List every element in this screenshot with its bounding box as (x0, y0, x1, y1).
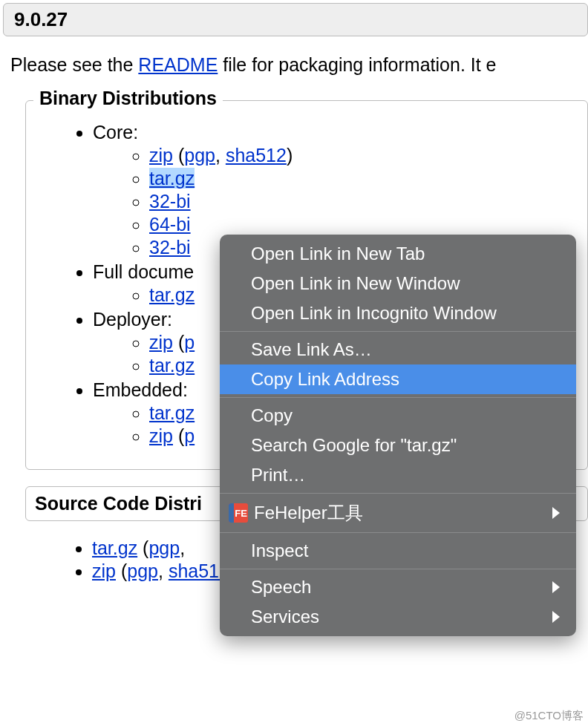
download-32bit-link[interactable]: 32-bi (149, 191, 191, 212)
paren: ( (173, 425, 184, 446)
ctx-item-label: FeHelper工具 (254, 501, 363, 525)
fehelper-icon: FE (229, 503, 248, 523)
ctx-item-label: Open Link in Incognito Window (251, 303, 560, 324)
context-menu: Open Link in New Tab Open Link in New Wi… (220, 235, 576, 636)
src-targz-link[interactable]: tar.gz (92, 537, 137, 558)
ctx-separator (220, 331, 576, 332)
ctx-item-label: Open Link in New Window (251, 273, 560, 294)
src-zip-link[interactable]: zip (92, 560, 116, 581)
embedded-zip-link[interactable]: zip (149, 425, 173, 446)
fulldoc-label-text: Full docume (93, 261, 194, 282)
ctx-separator (220, 397, 576, 398)
deployer-targz-link[interactable]: tar.gz (149, 355, 195, 376)
download-64bit-link[interactable]: 64-bi (149, 214, 191, 235)
download-zip-link[interactable]: zip (149, 145, 173, 166)
submenu-arrow-icon (552, 507, 560, 519)
ctx-open-new-tab[interactable]: Open Link in New Tab (220, 239, 576, 269)
embedded-pgp-link[interactable]: p (184, 425, 195, 446)
ctx-print[interactable]: Print… (220, 460, 576, 490)
paren: ( (137, 537, 148, 558)
intro-post: file for packaging information. It e (218, 54, 496, 75)
deployer-pgp-link[interactable]: p (184, 332, 195, 353)
ctx-inspect[interactable]: Inspect (220, 536, 576, 566)
ctx-item-label: Copy (251, 405, 560, 426)
list-item: tar.gz (149, 168, 587, 189)
ctx-item-label: Print… (251, 465, 560, 485)
sha512-link[interactable]: sha512 (226, 145, 287, 166)
ctx-search-google[interactable]: Search Google for "tar.gz" (220, 431, 576, 460)
embedded-targz-link[interactable]: tar.gz (149, 402, 195, 423)
ctx-open-incognito[interactable]: Open Link in Incognito Window (220, 298, 576, 328)
binary-distributions-title: Binary Distributions (33, 88, 223, 109)
ctx-separator (220, 532, 576, 533)
deployer-label-text: Deployer: (93, 309, 172, 330)
intro-pre: Please see the (10, 54, 138, 75)
ctx-speech[interactable]: Speech (220, 572, 576, 602)
ctx-open-new-window[interactable]: Open Link in New Window (220, 269, 576, 298)
ctx-copy-link-address[interactable]: Copy Link Address (220, 364, 576, 394)
readme-link[interactable]: README (138, 54, 218, 75)
fulldoc-targz-link[interactable]: tar.gz (149, 284, 195, 305)
version-header: 9.0.27 (3, 3, 588, 36)
ctx-item-label: Save Link As… (251, 339, 560, 360)
watermark: @51CTO博客 (514, 709, 584, 723)
paren: ( (116, 560, 127, 581)
comma: , (158, 560, 169, 581)
ctx-fehelper[interactable]: FE FeHelper工具 (220, 497, 576, 529)
list-item: 32-bi (149, 191, 587, 212)
ctx-item-label: Copy Link Address (251, 369, 560, 390)
src-pgp2-link[interactable]: pgp (127, 560, 158, 581)
submenu-arrow-icon (552, 581, 560, 593)
comma: , (180, 537, 185, 558)
selected-text: tar.gz (149, 168, 195, 189)
ctx-separator (220, 569, 576, 569)
paren-close: ) (287, 145, 293, 166)
ctx-services[interactable]: Services (220, 602, 576, 632)
src-pgp-link[interactable]: pgp (148, 537, 180, 558)
list-item: 64-bi (149, 214, 587, 235)
comma: , (215, 145, 226, 166)
ctx-item-label: Inspect (251, 540, 560, 561)
submenu-arrow-icon (552, 611, 560, 623)
ctx-item-label: Search Google for "tar.gz" (251, 435, 560, 456)
download-targz-link[interactable]: tar.gz (149, 168, 195, 189)
ctx-separator (220, 493, 576, 494)
core-label-text: Core: (93, 122, 138, 143)
deployer-zip-link[interactable]: zip (149, 332, 173, 353)
ctx-item-label: Open Link in New Tab (251, 243, 560, 264)
ctx-item-label: Services (251, 606, 552, 627)
ctx-item-label: Speech (251, 577, 552, 598)
list-item: zip (pgp, sha512) (149, 145, 587, 166)
pgp-link[interactable]: pgp (184, 145, 215, 166)
paren: ( (173, 332, 184, 353)
download-32bit2-link[interactable]: 32-bi (149, 237, 191, 258)
ctx-copy[interactable]: Copy (220, 401, 576, 431)
embedded-label-text: Embedded: (93, 379, 188, 400)
paren: ( (173, 145, 184, 166)
intro-text: Please see the README file for packaging… (0, 36, 588, 78)
ctx-save-link-as[interactable]: Save Link As… (220, 335, 576, 364)
